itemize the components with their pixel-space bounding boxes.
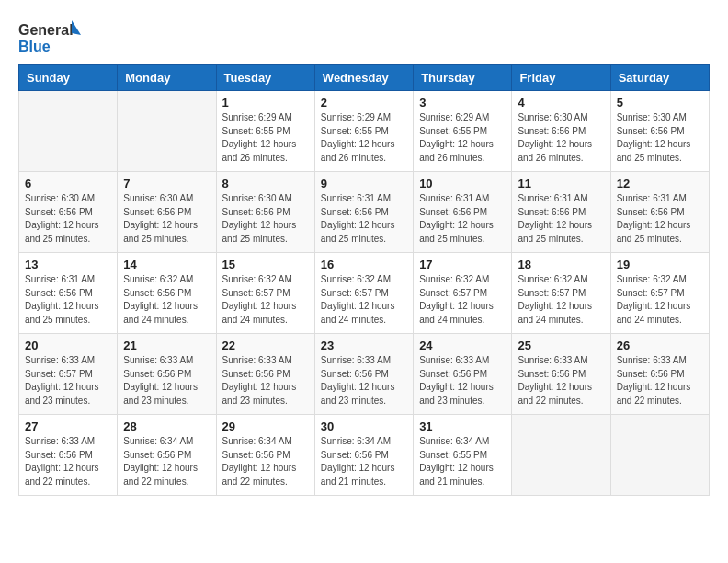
weekday-header-saturday: Saturday (610, 65, 709, 91)
day-info: Sunrise: 6:33 AM Sunset: 6:56 PM Dayligh… (123, 354, 210, 408)
calendar-cell: 19Sunrise: 6:32 AM Sunset: 6:57 PM Dayli… (610, 253, 709, 334)
calendar-cell: 4Sunrise: 6:30 AM Sunset: 6:56 PM Daylig… (512, 91, 610, 172)
day-number: 10 (419, 177, 506, 190)
calendar-cell: 3Sunrise: 6:29 AM Sunset: 6:55 PM Daylig… (414, 91, 512, 172)
day-number: 6 (25, 177, 111, 190)
page-header: GeneralBlue (18, 18, 710, 55)
weekday-header-row: SundayMondayTuesdayWednesdayThursdayFrid… (19, 65, 710, 91)
logo-svg: GeneralBlue (18, 18, 92, 55)
calendar-cell: 1Sunrise: 6:29 AM Sunset: 6:55 PM Daylig… (216, 91, 314, 172)
calendar-cell (512, 415, 610, 496)
calendar-body: 1Sunrise: 6:29 AM Sunset: 6:55 PM Daylig… (19, 91, 710, 496)
day-info: Sunrise: 6:33 AM Sunset: 6:56 PM Dayligh… (617, 354, 703, 408)
svg-text:General: General (18, 22, 74, 38)
day-info: Sunrise: 6:33 AM Sunset: 6:56 PM Dayligh… (518, 354, 604, 408)
day-info: Sunrise: 6:33 AM Sunset: 6:56 PM Dayligh… (222, 354, 309, 408)
calendar-cell: 20Sunrise: 6:33 AM Sunset: 6:57 PM Dayli… (19, 334, 118, 415)
day-number: 26 (617, 339, 703, 352)
day-info: Sunrise: 6:31 AM Sunset: 6:56 PM Dayligh… (617, 192, 703, 246)
week-row-5: 27Sunrise: 6:33 AM Sunset: 6:56 PM Dayli… (19, 415, 710, 496)
day-number: 31 (419, 419, 506, 433)
calendar-cell: 2Sunrise: 6:29 AM Sunset: 6:55 PM Daylig… (314, 91, 413, 172)
day-info: Sunrise: 6:30 AM Sunset: 6:56 PM Dayligh… (123, 192, 210, 246)
calendar-cell: 29Sunrise: 6:34 AM Sunset: 6:56 PM Dayli… (216, 415, 314, 496)
day-number: 20 (25, 339, 111, 352)
weekday-header-sunday: Sunday (19, 65, 118, 91)
day-number: 28 (123, 419, 210, 433)
day-number: 11 (518, 177, 604, 190)
week-row-4: 20Sunrise: 6:33 AM Sunset: 6:57 PM Dayli… (19, 334, 710, 415)
weekday-header-wednesday: Wednesday (314, 65, 413, 91)
calendar-cell: 10Sunrise: 6:31 AM Sunset: 6:56 PM Dayli… (414, 172, 512, 253)
calendar-table: SundayMondayTuesdayWednesdayThursdayFrid… (18, 64, 710, 496)
day-info: Sunrise: 6:34 AM Sunset: 6:55 PM Dayligh… (419, 435, 506, 488)
day-info: Sunrise: 6:32 AM Sunset: 6:57 PM Dayligh… (419, 273, 506, 327)
calendar-cell: 5Sunrise: 6:30 AM Sunset: 6:56 PM Daylig… (610, 91, 709, 172)
week-row-3: 13Sunrise: 6:31 AM Sunset: 6:56 PM Dayli… (19, 253, 710, 334)
calendar-cell (610, 415, 709, 496)
calendar-cell: 9Sunrise: 6:31 AM Sunset: 6:56 PM Daylig… (314, 172, 413, 253)
calendar-cell: 30Sunrise: 6:34 AM Sunset: 6:56 PM Dayli… (314, 415, 413, 496)
day-info: Sunrise: 6:31 AM Sunset: 6:56 PM Dayligh… (518, 192, 604, 246)
day-number: 2 (321, 96, 407, 109)
day-info: Sunrise: 6:32 AM Sunset: 6:57 PM Dayligh… (321, 273, 407, 327)
calendar-cell: 13Sunrise: 6:31 AM Sunset: 6:56 PM Dayli… (19, 253, 118, 334)
calendar-cell (19, 91, 118, 172)
day-info: Sunrise: 6:29 AM Sunset: 6:55 PM Dayligh… (419, 111, 506, 165)
calendar-cell: 8Sunrise: 6:30 AM Sunset: 6:56 PM Daylig… (216, 172, 314, 253)
day-info: Sunrise: 6:30 AM Sunset: 6:56 PM Dayligh… (518, 111, 604, 165)
weekday-header-thursday: Thursday (414, 65, 512, 91)
day-info: Sunrise: 6:34 AM Sunset: 6:56 PM Dayligh… (123, 435, 210, 488)
calendar-cell: 15Sunrise: 6:32 AM Sunset: 6:57 PM Dayli… (216, 253, 314, 334)
calendar-cell: 21Sunrise: 6:33 AM Sunset: 6:56 PM Dayli… (118, 334, 216, 415)
logo: GeneralBlue (18, 18, 92, 55)
calendar-cell: 11Sunrise: 6:31 AM Sunset: 6:56 PM Dayli… (512, 172, 610, 253)
day-number: 13 (25, 258, 111, 271)
day-number: 8 (222, 177, 309, 190)
week-row-2: 6Sunrise: 6:30 AM Sunset: 6:56 PM Daylig… (19, 172, 710, 253)
day-info: Sunrise: 6:31 AM Sunset: 6:56 PM Dayligh… (419, 192, 506, 246)
weekday-header-friday: Friday (512, 65, 610, 91)
calendar-cell: 25Sunrise: 6:33 AM Sunset: 6:56 PM Dayli… (512, 334, 610, 415)
calendar-cell: 18Sunrise: 6:32 AM Sunset: 6:57 PM Dayli… (512, 253, 610, 334)
day-info: Sunrise: 6:30 AM Sunset: 6:56 PM Dayligh… (25, 192, 111, 246)
calendar-cell: 16Sunrise: 6:32 AM Sunset: 6:57 PM Dayli… (314, 253, 413, 334)
day-info: Sunrise: 6:32 AM Sunset: 6:57 PM Dayligh… (518, 273, 604, 327)
calendar-cell: 14Sunrise: 6:32 AM Sunset: 6:56 PM Dayli… (118, 253, 216, 334)
day-info: Sunrise: 6:33 AM Sunset: 6:56 PM Dayligh… (419, 354, 506, 408)
day-number: 7 (123, 177, 210, 190)
day-number: 23 (321, 339, 407, 352)
calendar-cell: 28Sunrise: 6:34 AM Sunset: 6:56 PM Dayli… (118, 415, 216, 496)
calendar-cell: 23Sunrise: 6:33 AM Sunset: 6:56 PM Dayli… (314, 334, 413, 415)
day-number: 3 (419, 96, 506, 109)
week-row-1: 1Sunrise: 6:29 AM Sunset: 6:55 PM Daylig… (19, 91, 710, 172)
day-number: 14 (123, 258, 210, 271)
day-number: 15 (222, 258, 309, 271)
day-info: Sunrise: 6:30 AM Sunset: 6:56 PM Dayligh… (617, 111, 703, 165)
day-info: Sunrise: 6:29 AM Sunset: 6:55 PM Dayligh… (222, 111, 309, 165)
day-number: 18 (518, 258, 604, 271)
calendar-cell: 12Sunrise: 6:31 AM Sunset: 6:56 PM Dayli… (610, 172, 709, 253)
day-info: Sunrise: 6:30 AM Sunset: 6:56 PM Dayligh… (222, 192, 309, 246)
day-info: Sunrise: 6:32 AM Sunset: 6:57 PM Dayligh… (617, 273, 703, 327)
day-info: Sunrise: 6:29 AM Sunset: 6:55 PM Dayligh… (321, 111, 407, 165)
day-number: 30 (321, 419, 407, 433)
calendar-cell: 6Sunrise: 6:30 AM Sunset: 6:56 PM Daylig… (19, 172, 118, 253)
day-number: 19 (617, 258, 703, 271)
calendar-cell: 22Sunrise: 6:33 AM Sunset: 6:56 PM Dayli… (216, 334, 314, 415)
day-number: 1 (222, 96, 309, 109)
day-info: Sunrise: 6:34 AM Sunset: 6:56 PM Dayligh… (321, 435, 407, 488)
calendar-cell: 31Sunrise: 6:34 AM Sunset: 6:55 PM Dayli… (414, 415, 512, 496)
day-number: 12 (617, 177, 703, 190)
day-info: Sunrise: 6:33 AM Sunset: 6:56 PM Dayligh… (25, 435, 111, 488)
calendar-cell: 7Sunrise: 6:30 AM Sunset: 6:56 PM Daylig… (118, 172, 216, 253)
day-number: 21 (123, 339, 210, 352)
day-info: Sunrise: 6:32 AM Sunset: 6:57 PM Dayligh… (222, 273, 309, 327)
weekday-header-tuesday: Tuesday (216, 65, 314, 91)
day-number: 29 (222, 419, 309, 433)
day-number: 25 (518, 339, 604, 352)
day-number: 22 (222, 339, 309, 352)
day-number: 27 (25, 419, 111, 433)
calendar-cell: 26Sunrise: 6:33 AM Sunset: 6:56 PM Dayli… (610, 334, 709, 415)
day-info: Sunrise: 6:31 AM Sunset: 6:56 PM Dayligh… (321, 192, 407, 246)
